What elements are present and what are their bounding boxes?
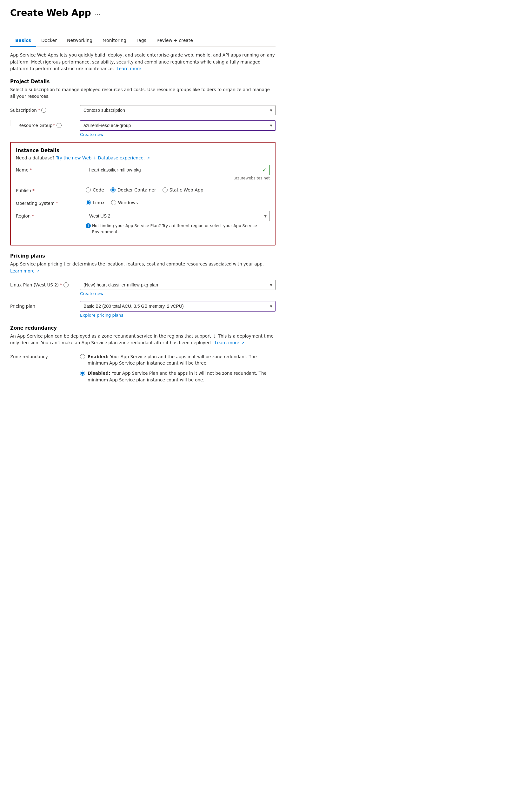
instance-details-title: Instance Details (16, 148, 270, 154)
external-link-icon: ↗ (147, 156, 149, 160)
zone-radio-group: Enabled: Your App Service plan and the a… (80, 351, 275, 383)
pricing-learn-more[interactable]: Learn more ↗ (10, 268, 40, 273)
pricing-plan-select-wrapper: Basic B2 (200 total ACU, 3.5 GB memory, … (80, 301, 275, 311)
pricing-plans-section: Pricing plans App Service plan pricing t… (10, 253, 275, 317)
zone-enabled-text: Enabled: Your App Service plan and the a… (88, 353, 275, 367)
resource-group-label: Resource Group * i (10, 120, 80, 128)
resource-group-info-icon[interactable]: i (56, 123, 62, 128)
linux-plan-row: Linux Plan (West US 2) * i (New) heart-c… (10, 280, 275, 296)
name-label: Name * (16, 165, 86, 172)
zone-enabled-option: Enabled: Your App Service plan and the a… (80, 353, 275, 367)
os-row: Operating System * Linux Windows (16, 198, 270, 206)
linux-plan-create-new[interactable]: Create new (80, 291, 103, 296)
publish-radio-group: Code Docker Container Static Web App (86, 185, 270, 192)
tab-bar: Basics Docker Networking Monitoring Tags… (10, 34, 275, 47)
zone-disabled-option: Disabled: Your App Service Plan and the … (80, 370, 275, 383)
tab-basics[interactable]: Basics (10, 34, 36, 47)
os-radio-group: Linux Windows (86, 198, 270, 205)
zone-disabled-text: Disabled: Your App Service Plan and the … (88, 370, 275, 383)
project-details-section: Project Details Select a subscription to… (10, 79, 275, 137)
publish-docker-radio[interactable] (111, 187, 116, 192)
linux-plan-info-icon[interactable]: i (64, 282, 69, 287)
linux-plan-control: (New) heart-classifier-mlflow-pkg-plan ▼… (80, 280, 275, 296)
subscription-row: Subscription * i Contoso subscription ▼ (10, 105, 275, 115)
db-experience-link[interactable]: Try the new Web + Database experience. ↗ (56, 155, 149, 160)
subscription-select-wrapper: Contoso subscription ▼ (80, 105, 275, 115)
os-label: Operating System * (16, 198, 86, 206)
name-field-wrapper: ✓ (86, 165, 270, 175)
region-select[interactable]: West US 2 (86, 211, 270, 221)
name-valid-icon: ✓ (263, 167, 267, 173)
name-control: ✓ .azurewebsites.net (86, 165, 270, 180)
pricing-plan-label: Pricing plan (10, 301, 80, 309)
zone-disabled-radio[interactable] (80, 371, 85, 376)
pricing-plan-row: Pricing plan Basic B2 (200 total ACU, 3.… (10, 301, 275, 318)
os-required: * (56, 201, 58, 206)
name-row: Name * ✓ .azurewebsites.net (16, 165, 270, 180)
region-control: West US 2 ▼ i Not finding your App Servi… (86, 211, 270, 235)
subscription-control: Contoso subscription ▼ (80, 105, 275, 115)
region-info-text: i Not finding your App Service Plan? Try… (86, 223, 270, 235)
publish-code-option[interactable]: Code (86, 187, 104, 192)
publish-label: Publish * (16, 185, 86, 193)
zone-redundancy-desc: An App Service plan can be deployed as a… (10, 333, 275, 346)
page-description: App Service Web Apps lets you quickly bu… (10, 52, 275, 72)
publish-code-radio[interactable] (86, 187, 91, 192)
zone-redundancy-section: Zone redundancy An App Service plan can … (10, 325, 275, 383)
resource-group-control: azureml-resource-group ▼ Create new (80, 120, 275, 137)
pricing-plan-select[interactable]: Basic B2 (200 total ACU, 3.5 GB memory, … (80, 301, 275, 311)
explore-pricing-link[interactable]: Explore pricing plans (80, 313, 123, 318)
page-title: Create Web App ... (10, 8, 100, 18)
subscription-select[interactable]: Contoso subscription (80, 105, 275, 115)
resource-group-row: Resource Group * i azureml-resource-grou… (10, 120, 275, 137)
pricing-external-icon: ↗ (37, 269, 39, 273)
region-select-wrapper: West US 2 ▼ (86, 211, 270, 221)
region-label: Region * (16, 211, 86, 218)
project-details-desc: Select a subscription to manage deployed… (10, 86, 275, 100)
tab-docker[interactable]: Docker (36, 34, 62, 47)
tab-review-create[interactable]: Review + create (151, 34, 198, 47)
resource-group-create-new[interactable]: Create new (80, 132, 103, 137)
resource-group-required: * (53, 123, 55, 128)
linux-plan-select[interactable]: (New) heart-classifier-mlflow-pkg-plan (80, 280, 275, 290)
resource-group-select-wrapper: azureml-resource-group ▼ (80, 120, 275, 131)
tab-networking[interactable]: Networking (62, 34, 97, 47)
azure-suffix: .azurewebsites.net (86, 176, 270, 180)
publish-static-option[interactable]: Static Web App (163, 187, 203, 192)
db-link-row: Need a database? Try the new Web + Datab… (16, 155, 270, 160)
subscription-info-icon[interactable]: i (41, 108, 46, 113)
os-linux-option[interactable]: Linux (86, 200, 105, 205)
linux-plan-label: Linux Plan (West US 2) * i (10, 280, 80, 287)
region-info-icon: i (86, 223, 91, 228)
learn-more-link[interactable]: Learn more (117, 66, 141, 71)
publish-static-radio[interactable] (163, 187, 168, 192)
name-input[interactable] (86, 165, 270, 175)
pricing-plans-title: Pricing plans (10, 253, 275, 259)
publish-row: Publish * Code Docker Container Static W… (16, 185, 270, 193)
publish-required: * (32, 188, 34, 193)
pricing-plan-control: Basic B2 (200 total ACU, 3.5 GB memory, … (80, 301, 275, 318)
zone-learn-more[interactable]: Learn more ↗ (213, 340, 244, 345)
zone-redundancy-row: Zone redundancy Enabled: Your App Servic… (10, 351, 275, 383)
os-windows-radio[interactable] (111, 200, 116, 205)
zone-enabled-radio[interactable] (80, 354, 85, 359)
publish-docker-option[interactable]: Docker Container (111, 187, 156, 192)
linux-plan-select-wrapper: (New) heart-classifier-mlflow-pkg-plan ▼ (80, 280, 275, 290)
os-linux-radio[interactable] (86, 200, 91, 205)
zone-redundancy-title: Zone redundancy (10, 325, 275, 331)
os-control: Linux Windows (86, 198, 270, 205)
zone-redundancy-control: Enabled: Your App Service plan and the a… (80, 351, 275, 383)
name-required: * (30, 167, 32, 172)
instance-details-section: Instance Details Need a database? Try th… (10, 142, 275, 246)
resource-group-select[interactable]: azureml-resource-group (80, 120, 275, 131)
region-row: Region * West US 2 ▼ i Not finding your … (16, 211, 270, 235)
project-details-title: Project Details (10, 79, 275, 85)
subscription-label: Subscription * i (10, 105, 80, 113)
tab-monitoring[interactable]: Monitoring (97, 34, 131, 47)
zone-external-icon: ↗ (241, 341, 244, 345)
publish-control: Code Docker Container Static Web App (86, 185, 270, 192)
subscription-required: * (38, 108, 40, 112)
os-windows-option[interactable]: Windows (111, 200, 138, 205)
tab-tags[interactable]: Tags (131, 34, 151, 47)
zone-redundancy-label: Zone redundancy (10, 351, 80, 359)
